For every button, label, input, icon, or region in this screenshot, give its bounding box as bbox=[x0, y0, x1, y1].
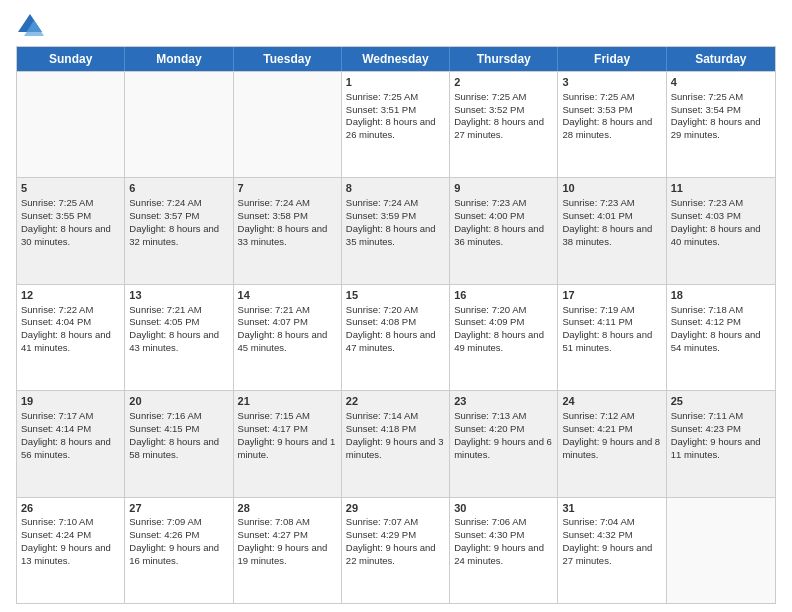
calendar-cell: 13Sunrise: 7:21 AMSunset: 4:05 PMDayligh… bbox=[125, 285, 233, 390]
day-number: 19 bbox=[21, 394, 120, 409]
day-info: Sunrise: 7:20 AMSunset: 4:08 PMDaylight:… bbox=[346, 304, 436, 353]
logo-icon bbox=[16, 12, 44, 40]
calendar-cell: 31Sunrise: 7:04 AMSunset: 4:32 PMDayligh… bbox=[558, 498, 666, 603]
calendar-cell: 15Sunrise: 7:20 AMSunset: 4:08 PMDayligh… bbox=[342, 285, 450, 390]
day-number: 21 bbox=[238, 394, 337, 409]
calendar-cell: 7Sunrise: 7:24 AMSunset: 3:58 PMDaylight… bbox=[234, 178, 342, 283]
calendar-cell bbox=[667, 498, 775, 603]
calendar-cell: 20Sunrise: 7:16 AMSunset: 4:15 PMDayligh… bbox=[125, 391, 233, 496]
calendar: SundayMondayTuesdayWednesdayThursdayFrid… bbox=[16, 46, 776, 604]
calendar-week-4: 19Sunrise: 7:17 AMSunset: 4:14 PMDayligh… bbox=[17, 390, 775, 496]
calendar-cell: 8Sunrise: 7:24 AMSunset: 3:59 PMDaylight… bbox=[342, 178, 450, 283]
day-info: Sunrise: 7:24 AMSunset: 3:57 PMDaylight:… bbox=[129, 197, 219, 246]
day-number: 3 bbox=[562, 75, 661, 90]
day-number: 9 bbox=[454, 181, 553, 196]
day-info: Sunrise: 7:20 AMSunset: 4:09 PMDaylight:… bbox=[454, 304, 544, 353]
calendar-cell: 25Sunrise: 7:11 AMSunset: 4:23 PMDayligh… bbox=[667, 391, 775, 496]
day-info: Sunrise: 7:21 AMSunset: 4:05 PMDaylight:… bbox=[129, 304, 219, 353]
day-info: Sunrise: 7:25 AMSunset: 3:52 PMDaylight:… bbox=[454, 91, 544, 140]
day-info: Sunrise: 7:11 AMSunset: 4:23 PMDaylight:… bbox=[671, 410, 761, 459]
calendar-cell: 1Sunrise: 7:25 AMSunset: 3:51 PMDaylight… bbox=[342, 72, 450, 177]
calendar-cell: 9Sunrise: 7:23 AMSunset: 4:00 PMDaylight… bbox=[450, 178, 558, 283]
day-number: 15 bbox=[346, 288, 445, 303]
day-info: Sunrise: 7:10 AMSunset: 4:24 PMDaylight:… bbox=[21, 516, 111, 565]
day-number: 20 bbox=[129, 394, 228, 409]
day-info: Sunrise: 7:17 AMSunset: 4:14 PMDaylight:… bbox=[21, 410, 111, 459]
day-info: Sunrise: 7:23 AMSunset: 4:00 PMDaylight:… bbox=[454, 197, 544, 246]
day-info: Sunrise: 7:23 AMSunset: 4:01 PMDaylight:… bbox=[562, 197, 652, 246]
day-number: 27 bbox=[129, 501, 228, 516]
calendar-cell: 18Sunrise: 7:18 AMSunset: 4:12 PMDayligh… bbox=[667, 285, 775, 390]
day-info: Sunrise: 7:07 AMSunset: 4:29 PMDaylight:… bbox=[346, 516, 436, 565]
day-info: Sunrise: 7:09 AMSunset: 4:26 PMDaylight:… bbox=[129, 516, 219, 565]
day-info: Sunrise: 7:24 AMSunset: 3:59 PMDaylight:… bbox=[346, 197, 436, 246]
calendar-cell: 12Sunrise: 7:22 AMSunset: 4:04 PMDayligh… bbox=[17, 285, 125, 390]
day-info: Sunrise: 7:16 AMSunset: 4:15 PMDaylight:… bbox=[129, 410, 219, 459]
calendar-body: 1Sunrise: 7:25 AMSunset: 3:51 PMDaylight… bbox=[17, 71, 775, 603]
day-number: 29 bbox=[346, 501, 445, 516]
day-number: 1 bbox=[346, 75, 445, 90]
day-info: Sunrise: 7:21 AMSunset: 4:07 PMDaylight:… bbox=[238, 304, 328, 353]
day-number: 18 bbox=[671, 288, 771, 303]
day-info: Sunrise: 7:23 AMSunset: 4:03 PMDaylight:… bbox=[671, 197, 761, 246]
day-info: Sunrise: 7:25 AMSunset: 3:55 PMDaylight:… bbox=[21, 197, 111, 246]
calendar-header-row: SundayMondayTuesdayWednesdayThursdayFrid… bbox=[17, 47, 775, 71]
day-number: 24 bbox=[562, 394, 661, 409]
header-cell-tuesday: Tuesday bbox=[234, 47, 342, 71]
calendar-cell: 22Sunrise: 7:14 AMSunset: 4:18 PMDayligh… bbox=[342, 391, 450, 496]
day-number: 31 bbox=[562, 501, 661, 516]
day-info: Sunrise: 7:08 AMSunset: 4:27 PMDaylight:… bbox=[238, 516, 328, 565]
calendar-cell bbox=[234, 72, 342, 177]
day-number: 26 bbox=[21, 501, 120, 516]
page: SundayMondayTuesdayWednesdayThursdayFrid… bbox=[0, 0, 792, 612]
calendar-week-5: 26Sunrise: 7:10 AMSunset: 4:24 PMDayligh… bbox=[17, 497, 775, 603]
calendar-week-2: 5Sunrise: 7:25 AMSunset: 3:55 PMDaylight… bbox=[17, 177, 775, 283]
day-number: 13 bbox=[129, 288, 228, 303]
day-info: Sunrise: 7:24 AMSunset: 3:58 PMDaylight:… bbox=[238, 197, 328, 246]
calendar-cell: 29Sunrise: 7:07 AMSunset: 4:29 PMDayligh… bbox=[342, 498, 450, 603]
calendar-cell: 26Sunrise: 7:10 AMSunset: 4:24 PMDayligh… bbox=[17, 498, 125, 603]
calendar-cell: 24Sunrise: 7:12 AMSunset: 4:21 PMDayligh… bbox=[558, 391, 666, 496]
header-cell-friday: Friday bbox=[558, 47, 666, 71]
day-number: 8 bbox=[346, 181, 445, 196]
calendar-week-3: 12Sunrise: 7:22 AMSunset: 4:04 PMDayligh… bbox=[17, 284, 775, 390]
calendar-cell: 19Sunrise: 7:17 AMSunset: 4:14 PMDayligh… bbox=[17, 391, 125, 496]
day-number: 25 bbox=[671, 394, 771, 409]
calendar-cell: 17Sunrise: 7:19 AMSunset: 4:11 PMDayligh… bbox=[558, 285, 666, 390]
calendar-week-1: 1Sunrise: 7:25 AMSunset: 3:51 PMDaylight… bbox=[17, 71, 775, 177]
day-info: Sunrise: 7:18 AMSunset: 4:12 PMDaylight:… bbox=[671, 304, 761, 353]
day-info: Sunrise: 7:12 AMSunset: 4:21 PMDaylight:… bbox=[562, 410, 660, 459]
day-number: 7 bbox=[238, 181, 337, 196]
day-number: 16 bbox=[454, 288, 553, 303]
calendar-cell: 23Sunrise: 7:13 AMSunset: 4:20 PMDayligh… bbox=[450, 391, 558, 496]
day-info: Sunrise: 7:25 AMSunset: 3:51 PMDaylight:… bbox=[346, 91, 436, 140]
day-info: Sunrise: 7:06 AMSunset: 4:30 PMDaylight:… bbox=[454, 516, 544, 565]
day-info: Sunrise: 7:22 AMSunset: 4:04 PMDaylight:… bbox=[21, 304, 111, 353]
day-info: Sunrise: 7:04 AMSunset: 4:32 PMDaylight:… bbox=[562, 516, 652, 565]
day-number: 4 bbox=[671, 75, 771, 90]
header-cell-monday: Monday bbox=[125, 47, 233, 71]
calendar-cell: 27Sunrise: 7:09 AMSunset: 4:26 PMDayligh… bbox=[125, 498, 233, 603]
calendar-cell: 5Sunrise: 7:25 AMSunset: 3:55 PMDaylight… bbox=[17, 178, 125, 283]
calendar-cell bbox=[17, 72, 125, 177]
day-number: 11 bbox=[671, 181, 771, 196]
calendar-cell: 28Sunrise: 7:08 AMSunset: 4:27 PMDayligh… bbox=[234, 498, 342, 603]
day-number: 28 bbox=[238, 501, 337, 516]
day-number: 10 bbox=[562, 181, 661, 196]
calendar-cell: 16Sunrise: 7:20 AMSunset: 4:09 PMDayligh… bbox=[450, 285, 558, 390]
day-number: 17 bbox=[562, 288, 661, 303]
calendar-cell: 21Sunrise: 7:15 AMSunset: 4:17 PMDayligh… bbox=[234, 391, 342, 496]
day-number: 30 bbox=[454, 501, 553, 516]
calendar-cell bbox=[125, 72, 233, 177]
calendar-cell: 4Sunrise: 7:25 AMSunset: 3:54 PMDaylight… bbox=[667, 72, 775, 177]
day-info: Sunrise: 7:14 AMSunset: 4:18 PMDaylight:… bbox=[346, 410, 444, 459]
day-number: 22 bbox=[346, 394, 445, 409]
day-number: 23 bbox=[454, 394, 553, 409]
header-cell-sunday: Sunday bbox=[17, 47, 125, 71]
logo bbox=[16, 12, 48, 40]
day-number: 12 bbox=[21, 288, 120, 303]
day-info: Sunrise: 7:25 AMSunset: 3:54 PMDaylight:… bbox=[671, 91, 761, 140]
calendar-cell: 11Sunrise: 7:23 AMSunset: 4:03 PMDayligh… bbox=[667, 178, 775, 283]
header-cell-saturday: Saturday bbox=[667, 47, 775, 71]
day-info: Sunrise: 7:25 AMSunset: 3:53 PMDaylight:… bbox=[562, 91, 652, 140]
